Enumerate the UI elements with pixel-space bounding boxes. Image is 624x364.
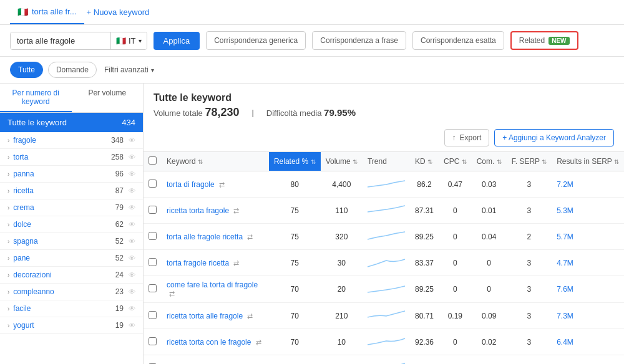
th-kd[interactable]: KD ⇅ (410, 152, 439, 171)
trend-sparkline (368, 254, 405, 269)
eye-icon[interactable]: 👁 (129, 322, 135, 329)
th-related[interactable]: Related % ⇅ (269, 152, 321, 171)
add-keyword-tab[interactable]: + Nuova keyword (87, 7, 150, 17)
sidebar-item[interactable]: › torta 258 👁 (0, 149, 143, 166)
eye-icon[interactable]: 👁 (129, 305, 135, 312)
row-checkbox[interactable] (149, 180, 157, 188)
keyword-link[interactable]: torta fragole ricetta (167, 259, 229, 267)
eye-icon[interactable]: 👁 (129, 254, 135, 262)
row-volume: 20 (321, 276, 363, 303)
eye-icon[interactable]: 👁 (129, 136, 135, 144)
sidebar-item[interactable]: › spagna 52 👁 (0, 233, 143, 250)
row-checkbox[interactable] (149, 206, 157, 214)
table-header-section: Tutte le keyword Volume totale 78,230 | … (144, 84, 624, 124)
match-phrase-button[interactable]: Corrispondenza a frase (312, 31, 406, 50)
th-keyword[interactable]: Keyword ⇅ (162, 152, 269, 171)
th-trend[interactable]: Trend (363, 152, 410, 171)
sidebar-item[interactable]: › dolce 62 👁 (0, 216, 143, 233)
sidebar-item[interactable]: › ricetta 87 👁 (0, 183, 143, 199)
row-checkbox[interactable] (149, 258, 157, 266)
eye-icon[interactable]: 👁 (129, 153, 135, 161)
keyword-link[interactable]: come fare la torta di fragole (167, 280, 258, 289)
filter-icon[interactable]: ⇄ (247, 312, 253, 320)
active-tab[interactable]: 🇮🇹 torta alle fr... (10, 0, 84, 24)
search-input[interactable] (11, 32, 110, 49)
table-row: ricetta torta con le fragole ⇄ 70 10 92.… (144, 329, 624, 355)
row-com: 0.01 (472, 198, 507, 224)
results-link[interactable]: 5.7M (557, 232, 573, 241)
eye-icon[interactable]: 👁 (129, 187, 135, 194)
sidebar-item[interactable]: › fragole 348 👁 (0, 132, 143, 149)
language-selector[interactable]: 🇮🇹 IT ▾ (110, 32, 147, 49)
sidebar-tab-keyword-count[interactable]: Per numero di keyword (0, 84, 72, 112)
keyword-link[interactable]: ricetta torta alle fragole (167, 312, 243, 320)
match-generic-button[interactable]: Corrispondenza generica (206, 31, 306, 50)
sidebar-item[interactable]: › crema 79 👁 (0, 199, 143, 216)
sidebar-item[interactable]: › facile 19 👁 (0, 300, 143, 317)
eye-icon[interactable]: 👁 (129, 170, 135, 178)
apply-button[interactable]: Applica (154, 32, 200, 50)
row-checkbox[interactable] (149, 232, 157, 240)
eye-icon[interactable]: 👁 (129, 221, 135, 228)
row-volume: 4,400 (321, 171, 363, 198)
results-link[interactable]: 7.6M (557, 285, 573, 294)
th-volume[interactable]: Volume ⇅ (321, 152, 363, 171)
trend-sparkline (368, 281, 405, 296)
results-link[interactable]: 4.7M (557, 259, 573, 267)
keyword-link[interactable]: ricetta torta con le fragole (167, 338, 251, 347)
keyword-link[interactable]: ricetta torta fragole (167, 206, 229, 215)
row-checkbox[interactable] (149, 337, 157, 345)
filter-questions-button[interactable]: Domande (48, 62, 97, 78)
add-analyzer-button[interactable]: + Aggiungi a Keyword Analyzer (494, 129, 614, 146)
row-trend (363, 276, 410, 303)
filter-icon[interactable]: ⇄ (247, 233, 253, 241)
filter-icon[interactable]: ⇄ (233, 259, 239, 267)
sidebar-item[interactable]: › pane 52 👁 (0, 250, 143, 267)
sidebar-keyword-label: dolce (13, 220, 31, 229)
sidebar-item[interactable]: › yogurt 19 👁 (0, 317, 143, 334)
th-results[interactable]: Results in SERP ⇅ (552, 152, 624, 171)
related-button[interactable]: Related NEW (510, 31, 578, 50)
keyword-link[interactable]: torta alle fragole ricetta (167, 232, 243, 241)
sidebar-item[interactable]: › compleanno 23 👁 (0, 284, 143, 300)
filter-all-button[interactable]: Tutte (10, 62, 43, 78)
chevron-right-icon: › (7, 238, 9, 245)
th-com[interactable]: Com. ⇅ (472, 152, 507, 171)
row-related: 70 (269, 329, 321, 355)
sidebar-all-keywords[interactable]: Tutte le keyword 434 (0, 113, 143, 132)
results-link[interactable]: 7.2M (557, 180, 573, 189)
select-all-checkbox[interactable] (149, 156, 157, 165)
eye-icon[interactable]: 👁 (129, 237, 135, 245)
export-button[interactable]: ↑ Export (444, 129, 490, 146)
new-badge: NEW (548, 37, 569, 45)
sidebar-tab-volume[interactable]: Per volume (72, 84, 144, 112)
sidebar-item-right: 62 👁 (115, 220, 135, 229)
chevron-right-icon: › (7, 188, 9, 194)
eye-icon[interactable]: 👁 (129, 204, 135, 211)
results-link[interactable]: 7.3M (557, 312, 573, 320)
row-checkbox[interactable] (149, 284, 157, 292)
advanced-filters[interactable]: Filtri avanzati ▾ (104, 65, 154, 74)
row-checkbox[interactable] (149, 311, 157, 319)
row-results: 7.3M (552, 303, 624, 329)
filter-icon[interactable]: ⇄ (169, 290, 175, 297)
row-cpc: 0 (439, 224, 472, 250)
match-exact-button[interactable]: Corrispondenza esatta (412, 31, 504, 50)
sidebar-keyword-label: ricetta (13, 186, 34, 195)
th-fserp[interactable]: F. SERP ⇅ (507, 152, 552, 171)
row-com: 0.02 (472, 329, 507, 355)
sidebar-keyword-count: 79 (115, 203, 124, 212)
keyword-link[interactable]: torta di fragole (167, 180, 215, 189)
sidebar-item[interactable]: › decorazioni 24 👁 (0, 267, 143, 284)
eye-icon[interactable]: 👁 (129, 271, 135, 279)
th-cpc[interactable]: CPC ⇅ (439, 152, 472, 171)
filter-icon[interactable]: ⇄ (233, 207, 239, 214)
sidebar-item[interactable]: › panna 96 👁 (0, 166, 143, 183)
results-link[interactable]: 5.3M (557, 206, 573, 215)
lang-code: IT (129, 36, 136, 46)
eye-icon[interactable]: 👁 (129, 288, 135, 295)
filter-icon[interactable]: ⇄ (256, 338, 261, 346)
chevron-right-icon: › (7, 154, 9, 161)
results-link[interactable]: 6.4M (557, 338, 573, 347)
filter-icon[interactable]: ⇄ (219, 181, 225, 188)
